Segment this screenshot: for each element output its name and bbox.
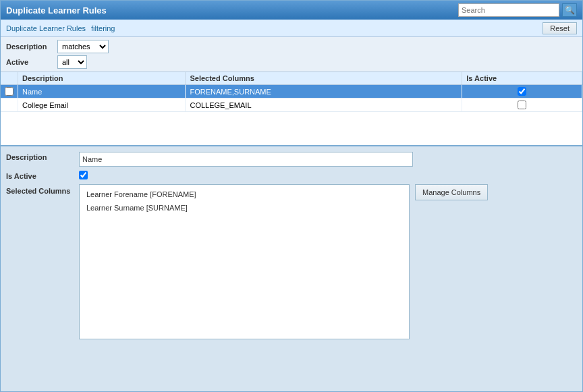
row-selected-columns: FORENAME,SURNAME bbox=[186, 85, 462, 99]
row-description: College Email bbox=[18, 99, 186, 112]
list-item[interactable]: Learner Forename [FORENAME] bbox=[82, 188, 406, 201]
rules-table: Description Selected Columns Is Active N… bbox=[1, 72, 582, 112]
row-is-active bbox=[462, 99, 582, 112]
row-selector bbox=[1, 99, 18, 112]
main-window: Duplicate Learner Rules 🔍 Duplicate Lear… bbox=[0, 0, 583, 392]
breadcrumb: Duplicate Learner Rules filtering bbox=[6, 24, 115, 32]
active-filter-select[interactable]: all yes no bbox=[57, 55, 87, 69]
row-is-active bbox=[462, 85, 582, 99]
detail-columns-label: Selected Columns bbox=[6, 184, 74, 195]
table-area: Description Selected Columns Is Active N… bbox=[1, 72, 582, 146]
row-active-checkbox[interactable] bbox=[518, 87, 526, 96]
col-selected-columns: Selected Columns bbox=[186, 72, 462, 85]
row-active-checkbox[interactable] bbox=[518, 101, 526, 109]
detail-description-label: Description bbox=[6, 152, 74, 161]
table-row[interactable]: College Email COLLEGE_EMAIL bbox=[1, 99, 582, 112]
filter-section: Description matches contains starts with… bbox=[1, 37, 582, 72]
table-header-row: Description Selected Columns Is Active bbox=[1, 72, 582, 85]
breadcrumb-link-rules[interactable]: Duplicate Learner Rules bbox=[6, 24, 86, 32]
search-input[interactable] bbox=[458, 3, 559, 17]
search-button[interactable]: 🔍 bbox=[562, 3, 577, 17]
list-item[interactable]: Learner Surname [SURNAME] bbox=[82, 201, 406, 215]
detail-active-row: Is Active bbox=[6, 171, 577, 180]
col-checkbox bbox=[1, 72, 18, 85]
detail-active-label: Is Active bbox=[6, 171, 74, 180]
description-filter-row: Description matches contains starts with… bbox=[6, 40, 577, 53]
row-select-checkbox[interactable] bbox=[5, 87, 13, 96]
detail-active-checkbox[interactable] bbox=[79, 171, 88, 179]
detail-description-input[interactable] bbox=[79, 152, 413, 167]
active-filter-label: Active bbox=[6, 58, 53, 66]
table-row[interactable]: Name FORENAME,SURNAME bbox=[1, 85, 582, 99]
row-selector bbox=[1, 85, 18, 99]
detail-active-checkbox-row bbox=[79, 171, 88, 179]
window-title: Duplicate Learner Rules bbox=[6, 5, 107, 16]
detail-description-row: Description bbox=[6, 152, 577, 167]
description-filter-label: Description bbox=[6, 43, 53, 51]
search-area: 🔍 bbox=[458, 3, 577, 17]
row-description: Name bbox=[18, 85, 186, 99]
detail-columns-area: Selected Columns Learner Forename [FOREN… bbox=[6, 184, 577, 386]
col-description: Description bbox=[18, 72, 186, 85]
detail-section: Description Is Active Selected Columns L… bbox=[1, 146, 582, 391]
title-bar: Duplicate Learner Rules 🔍 bbox=[1, 1, 582, 20]
manage-columns-button[interactable]: Manage Columns bbox=[415, 184, 488, 200]
description-filter-select[interactable]: matches contains starts with ends with bbox=[57, 40, 109, 53]
col-is-active: Is Active bbox=[462, 72, 582, 85]
columns-list-wrapper: Learner Forename [FORENAME] Learner Surn… bbox=[79, 184, 577, 339]
manage-columns-area: Manage Columns bbox=[415, 184, 488, 339]
row-selected-columns: COLLEGE_EMAIL bbox=[186, 99, 462, 112]
toolbar: Duplicate Learner Rules filtering Reset bbox=[1, 20, 582, 37]
columns-list[interactable]: Learner Forename [FORENAME] Learner Surn… bbox=[79, 184, 410, 339]
active-filter-row: Active all yes no bbox=[6, 55, 577, 69]
reset-button[interactable]: Reset bbox=[543, 22, 577, 34]
breadcrumb-link-filtering[interactable]: filtering bbox=[91, 24, 115, 32]
